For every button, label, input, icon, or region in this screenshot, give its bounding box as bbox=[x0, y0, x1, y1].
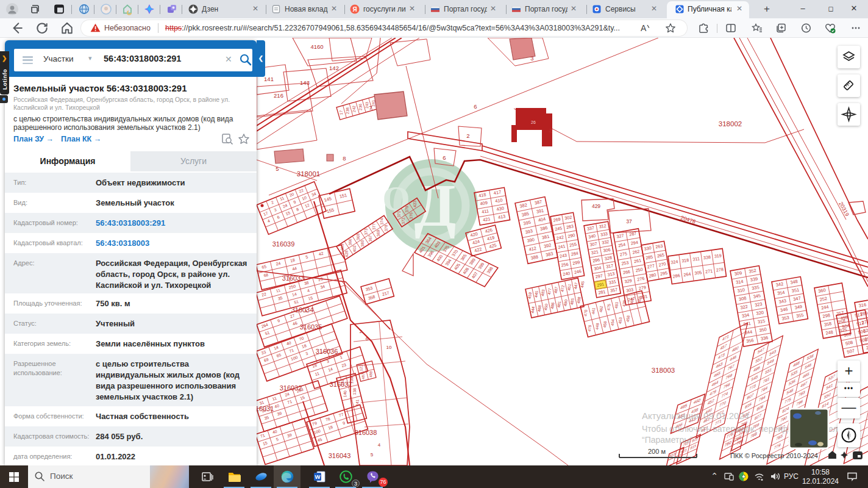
svg-text:“Параметры”: “Параметры” bbox=[642, 435, 693, 445]
svg-text:37: 37 bbox=[626, 218, 632, 224]
svg-text:441: 441 bbox=[591, 307, 596, 315]
svg-text:7: 7 bbox=[369, 104, 372, 111]
svg-text:316035: 316035 bbox=[300, 323, 322, 331]
svg-text:3: 3 bbox=[530, 55, 533, 62]
svg-text:368: 368 bbox=[356, 233, 361, 240]
svg-text:458: 458 bbox=[637, 296, 642, 303]
svg-text:429: 429 bbox=[592, 203, 600, 209]
svg-text:462: 462 bbox=[599, 306, 603, 313]
svg-text:24: 24 bbox=[548, 128, 553, 134]
svg-text:216: 216 bbox=[274, 92, 283, 99]
svg-text:478: 478 bbox=[587, 325, 592, 332]
svg-text:470: 470 bbox=[583, 309, 588, 317]
svg-text:319: 319 bbox=[714, 253, 722, 259]
svg-text:286: 286 bbox=[672, 273, 680, 279]
svg-text:141: 141 bbox=[264, 76, 274, 82]
svg-text:487: 487 bbox=[361, 373, 365, 379]
svg-text:26: 26 bbox=[531, 120, 536, 124]
svg-text:2: 2 bbox=[466, 132, 469, 139]
svg-text:338: 338 bbox=[703, 254, 711, 261]
svg-text:17: 17 bbox=[339, 110, 343, 115]
svg-text:143: 143 bbox=[300, 79, 310, 86]
svg-text:5: 5 bbox=[371, 452, 374, 458]
svg-text:271: 271 bbox=[705, 268, 713, 275]
svg-text:316032: 316032 bbox=[280, 384, 302, 392]
svg-text:Я: Я bbox=[352, 6, 357, 13]
svg-text:488: 488 bbox=[369, 371, 373, 378]
svg-text:4160: 4160 bbox=[310, 43, 323, 50]
svg-text:428: 428 bbox=[344, 250, 349, 257]
svg-text:249: 249 bbox=[866, 344, 868, 351]
svg-text:A: A bbox=[641, 23, 647, 33]
svg-text:238: 238 bbox=[345, 107, 349, 114]
svg-text:10: 10 bbox=[386, 345, 392, 350]
svg-text:371: 371 bbox=[397, 210, 402, 218]
svg-text:316036: 316036 bbox=[316, 348, 338, 355]
svg-text:380: 380 bbox=[360, 240, 365, 247]
svg-text:318003: 318003 bbox=[652, 367, 675, 374]
svg-text:458: 458 bbox=[625, 315, 630, 322]
svg-text:458: 458 bbox=[602, 321, 607, 328]
svg-text:140: 140 bbox=[343, 390, 347, 397]
svg-text:8: 8 bbox=[343, 155, 346, 162]
svg-text:243: 243 bbox=[365, 102, 369, 109]
svg-text:242: 242 bbox=[352, 106, 356, 112]
svg-text:6: 6 bbox=[443, 154, 446, 161]
svg-text:316037: 316037 bbox=[330, 381, 352, 388]
svg-text:142: 142 bbox=[329, 65, 339, 71]
svg-text:4: 4 bbox=[378, 442, 381, 448]
svg-text:318001: 318001 bbox=[297, 170, 320, 178]
svg-text:454: 454 bbox=[610, 319, 615, 326]
svg-text:316034: 316034 bbox=[291, 306, 314, 314]
svg-text:141: 141 bbox=[355, 399, 359, 406]
svg-text:318: 318 bbox=[681, 257, 689, 264]
svg-text:475: 475 bbox=[606, 303, 611, 310]
svg-text:481: 481 bbox=[614, 301, 619, 309]
svg-text:121: 121 bbox=[359, 364, 363, 371]
svg-text:316043: 316043 bbox=[329, 452, 351, 459]
svg-text:423: 423 bbox=[413, 200, 418, 207]
svg-text:367: 367 bbox=[368, 235, 373, 242]
svg-text:372: 372 bbox=[401, 217, 406, 224]
svg-text:316039: 316039 bbox=[272, 240, 295, 248]
svg-text:138: 138 bbox=[352, 388, 357, 395]
svg-text:324: 324 bbox=[671, 259, 678, 265]
svg-text:236: 236 bbox=[358, 104, 363, 110]
svg-text:305: 305 bbox=[694, 270, 702, 276]
svg-text:278: 278 bbox=[716, 267, 724, 273]
svg-text:379: 379 bbox=[404, 206, 409, 213]
svg-text:366: 366 bbox=[347, 239, 352, 246]
svg-text:378: 378 bbox=[384, 224, 389, 232]
svg-text:439: 439 bbox=[622, 300, 627, 307]
svg-text:W: W bbox=[315, 473, 321, 480]
svg-text:316038: 316038 bbox=[355, 429, 377, 436]
svg-text:ПКК © Росреестр 2010-2024: ПКК © Росреестр 2010-2024 bbox=[730, 452, 818, 459]
svg-text:264: 264 bbox=[683, 271, 691, 278]
svg-text:200 м: 200 м bbox=[648, 448, 666, 455]
svg-text:373: 373 bbox=[363, 228, 368, 235]
svg-text:448: 448 bbox=[595, 323, 600, 330]
svg-text:469: 469 bbox=[629, 298, 634, 305]
svg-text:374: 374 bbox=[379, 218, 384, 225]
svg-text:311: 311 bbox=[692, 256, 700, 262]
svg-text:Актуализация 09.01.2024: Актуализация 09.01.2024 bbox=[642, 411, 749, 421]
svg-text:376: 376 bbox=[409, 212, 414, 220]
svg-text:369: 369 bbox=[376, 229, 381, 237]
svg-text:6: 6 bbox=[474, 103, 477, 110]
svg-text:453: 453 bbox=[617, 317, 622, 324]
svg-text:318002: 318002 bbox=[719, 120, 742, 127]
svg-text:377: 377 bbox=[372, 223, 377, 230]
svg-text:402: 402 bbox=[352, 245, 357, 253]
